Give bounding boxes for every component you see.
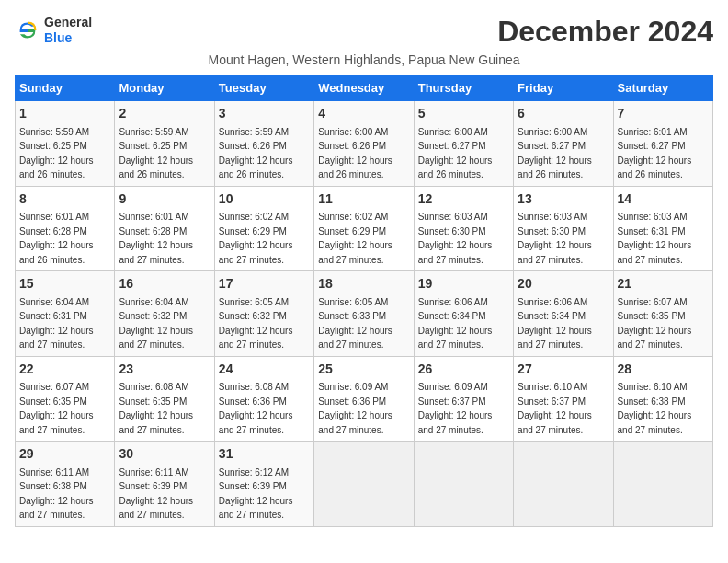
week-row-4: 22 Sunrise: 6:07 AMSunset: 6:35 PMDaylig… xyxy=(16,356,713,442)
calendar-cell: 9 Sunrise: 6:01 AMSunset: 6:28 PMDayligh… xyxy=(115,186,214,271)
day-number: 29 xyxy=(19,445,110,464)
calendar-cell: 7 Sunrise: 6:01 AMSunset: 6:27 PMDayligh… xyxy=(613,101,712,187)
day-info: Sunrise: 6:12 AMSunset: 6:39 PMDaylight:… xyxy=(219,467,293,521)
day-number: 16 xyxy=(119,275,210,293)
day-info: Sunrise: 6:11 AMSunset: 6:38 PMDaylight:… xyxy=(19,467,94,521)
calendar-cell: 6 Sunrise: 6:00 AMSunset: 6:27 PMDayligh… xyxy=(514,101,613,187)
week-row-1: 1 Sunrise: 5:59 AMSunset: 6:25 PMDayligh… xyxy=(16,101,713,187)
calendar-cell: 10 Sunrise: 6:02 AMSunset: 6:29 PMDaylig… xyxy=(214,186,313,271)
day-number: 20 xyxy=(518,275,609,293)
calendar-table: SundayMondayTuesdayWednesdayThursdayFrid… xyxy=(15,75,713,527)
day-info: Sunrise: 6:07 AMSunset: 6:35 PMDaylight:… xyxy=(19,382,94,435)
day-info: Sunrise: 6:10 AMSunset: 6:37 PMDaylight:… xyxy=(518,382,592,435)
day-info: Sunrise: 5:59 AMSunset: 6:26 PMDaylight:… xyxy=(219,127,293,180)
calendar-cell: 5 Sunrise: 6:00 AMSunset: 6:27 PMDayligh… xyxy=(414,101,513,187)
month-year-title: December 2024 xyxy=(497,15,713,49)
calendar-cell xyxy=(613,442,712,527)
calendar-cell: 4 Sunrise: 6:00 AMSunset: 6:26 PMDayligh… xyxy=(314,101,414,187)
day-number: 10 xyxy=(219,190,310,209)
day-info: Sunrise: 6:08 AMSunset: 6:35 PMDaylight:… xyxy=(119,382,193,435)
week-row-5: 29 Sunrise: 6:11 AMSunset: 6:38 PMDaylig… xyxy=(16,442,713,527)
week-row-2: 8 Sunrise: 6:01 AMSunset: 6:28 PMDayligh… xyxy=(16,186,713,271)
calendar-cell: 12 Sunrise: 6:03 AMSunset: 6:30 PMDaylig… xyxy=(414,186,513,271)
calendar-cell: 30 Sunrise: 6:11 AMSunset: 6:39 PMDaylig… xyxy=(115,442,214,527)
day-number: 24 xyxy=(219,361,310,379)
calendar-cell: 29 Sunrise: 6:11 AMSunset: 6:38 PMDaylig… xyxy=(16,442,115,527)
day-info: Sunrise: 6:03 AMSunset: 6:30 PMDaylight:… xyxy=(518,212,592,265)
day-number: 26 xyxy=(418,361,509,379)
calendar-cell: 15 Sunrise: 6:04 AMSunset: 6:31 PMDaylig… xyxy=(16,271,115,357)
day-number: 3 xyxy=(219,105,310,123)
logo-blue: Blue xyxy=(44,30,72,45)
day-number: 30 xyxy=(119,445,210,464)
calendar-cell: 2 Sunrise: 5:59 AMSunset: 6:25 PMDayligh… xyxy=(115,101,214,187)
day-info: Sunrise: 6:06 AMSunset: 6:34 PMDaylight:… xyxy=(518,297,592,350)
day-number: 19 xyxy=(418,275,509,293)
calendar-cell: 8 Sunrise: 6:01 AMSunset: 6:28 PMDayligh… xyxy=(16,186,115,271)
logo-icon xyxy=(15,17,40,43)
day-number: 22 xyxy=(19,361,110,379)
calendar-cell: 18 Sunrise: 6:05 AMSunset: 6:33 PMDaylig… xyxy=(314,271,414,357)
calendar-cell xyxy=(314,442,414,527)
day-number: 25 xyxy=(318,361,409,379)
day-info: Sunrise: 6:10 AMSunset: 6:38 PMDaylight:… xyxy=(618,382,692,435)
day-info: Sunrise: 6:01 AMSunset: 6:28 PMDaylight:… xyxy=(19,212,94,265)
day-info: Sunrise: 6:03 AMSunset: 6:31 PMDaylight:… xyxy=(618,212,692,265)
logo: General Blue xyxy=(15,15,92,46)
calendar-cell: 24 Sunrise: 6:08 AMSunset: 6:36 PMDaylig… xyxy=(214,356,313,442)
calendar-cell: 16 Sunrise: 6:04 AMSunset: 6:32 PMDaylig… xyxy=(115,271,214,357)
calendar-cell: 25 Sunrise: 6:09 AMSunset: 6:36 PMDaylig… xyxy=(314,356,414,442)
day-info: Sunrise: 6:03 AMSunset: 6:30 PMDaylight:… xyxy=(418,212,493,265)
calendar-cell: 26 Sunrise: 6:09 AMSunset: 6:37 PMDaylig… xyxy=(414,356,513,442)
calendar-cell: 21 Sunrise: 6:07 AMSunset: 6:35 PMDaylig… xyxy=(613,271,712,357)
day-number: 23 xyxy=(119,361,210,379)
day-number: 2 xyxy=(119,105,210,123)
day-number: 1 xyxy=(19,105,110,123)
day-info: Sunrise: 6:07 AMSunset: 6:35 PMDaylight:… xyxy=(618,297,692,350)
day-info: Sunrise: 6:00 AMSunset: 6:27 PMDaylight:… xyxy=(418,127,493,180)
header-row: SundayMondayTuesdayWednesdayThursdayFrid… xyxy=(16,75,713,101)
day-info: Sunrise: 6:00 AMSunset: 6:26 PMDaylight:… xyxy=(318,127,392,180)
calendar-cell: 11 Sunrise: 6:02 AMSunset: 6:29 PMDaylig… xyxy=(314,186,414,271)
day-info: Sunrise: 6:08 AMSunset: 6:36 PMDaylight:… xyxy=(219,382,293,435)
day-number: 11 xyxy=(318,190,409,209)
day-number: 13 xyxy=(518,190,609,209)
day-info: Sunrise: 6:02 AMSunset: 6:29 PMDaylight:… xyxy=(219,212,293,265)
day-info: Sunrise: 6:09 AMSunset: 6:36 PMDaylight:… xyxy=(318,382,392,435)
day-number: 9 xyxy=(119,190,210,209)
day-header-friday: Friday xyxy=(514,75,613,101)
day-info: Sunrise: 6:00 AMSunset: 6:27 PMDaylight:… xyxy=(518,127,592,180)
day-header-thursday: Thursday xyxy=(414,75,513,101)
day-info: Sunrise: 6:11 AMSunset: 6:39 PMDaylight:… xyxy=(119,467,193,521)
day-header-saturday: Saturday xyxy=(613,75,712,101)
location-subtitle: Mount Hagen, Western Highlands, Papua Ne… xyxy=(15,52,713,67)
calendar-cell: 23 Sunrise: 6:08 AMSunset: 6:35 PMDaylig… xyxy=(115,356,214,442)
day-number: 27 xyxy=(518,361,609,379)
day-header-sunday: Sunday xyxy=(16,75,115,101)
calendar-cell: 14 Sunrise: 6:03 AMSunset: 6:31 PMDaylig… xyxy=(613,186,712,271)
calendar-cell: 27 Sunrise: 6:10 AMSunset: 6:37 PMDaylig… xyxy=(514,356,613,442)
calendar-cell: 13 Sunrise: 6:03 AMSunset: 6:30 PMDaylig… xyxy=(514,186,613,271)
calendar-cell xyxy=(514,442,613,527)
day-number: 21 xyxy=(618,275,709,293)
day-info: Sunrise: 6:04 AMSunset: 6:31 PMDaylight:… xyxy=(19,297,94,350)
day-number: 28 xyxy=(618,361,709,379)
day-number: 31 xyxy=(219,445,310,464)
calendar-cell xyxy=(414,442,513,527)
calendar-cell: 20 Sunrise: 6:06 AMSunset: 6:34 PMDaylig… xyxy=(514,271,613,357)
day-number: 5 xyxy=(418,105,509,123)
day-header-tuesday: Tuesday xyxy=(214,75,313,101)
day-info: Sunrise: 6:04 AMSunset: 6:32 PMDaylight:… xyxy=(119,297,193,350)
page-header: General Blue December 2024 xyxy=(15,15,713,49)
day-info: Sunrise: 5:59 AMSunset: 6:25 PMDaylight:… xyxy=(19,127,94,180)
day-info: Sunrise: 6:01 AMSunset: 6:27 PMDaylight:… xyxy=(618,127,692,180)
day-info: Sunrise: 6:06 AMSunset: 6:34 PMDaylight:… xyxy=(418,297,493,350)
day-number: 17 xyxy=(219,275,310,293)
calendar-cell: 22 Sunrise: 6:07 AMSunset: 6:35 PMDaylig… xyxy=(16,356,115,442)
day-info: Sunrise: 6:09 AMSunset: 6:37 PMDaylight:… xyxy=(418,382,493,435)
logo-general: General xyxy=(44,15,92,29)
title-section: December 2024 xyxy=(497,15,713,49)
day-number: 14 xyxy=(618,190,709,209)
day-header-monday: Monday xyxy=(115,75,214,101)
day-number: 6 xyxy=(518,105,609,123)
